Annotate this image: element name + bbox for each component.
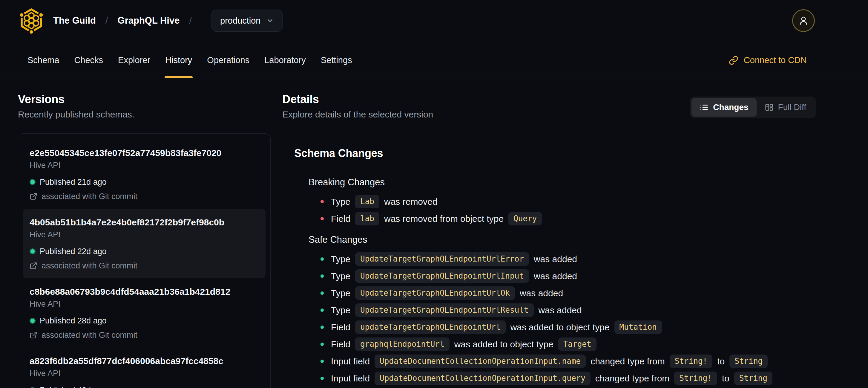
safe-changes-group: Safe Changes TypeUpdateTargetGraphQLEndp… — [309, 234, 816, 387]
change-text: Input field — [331, 374, 370, 384]
change-text: was added — [520, 288, 563, 298]
bullet-icon — [320, 308, 324, 312]
nav-tab-label: Schema — [28, 55, 59, 65]
schema-change-row: TypeUpdateTargetGraphQLEndpointUrlOkwas … — [320, 285, 816, 302]
connect-to-cdn-label: Connect to CDN — [744, 55, 807, 65]
nav-tab-label: Settings — [321, 55, 352, 65]
code-badge: updateTargetGraphQLEndpointUrl — [355, 321, 506, 334]
change-text: Type — [331, 305, 350, 316]
tab-history[interactable]: History — [164, 41, 193, 79]
version-published-row: Published 40d ago — [30, 385, 259, 388]
bullet-icon — [320, 217, 324, 220]
change-text: Field — [331, 214, 350, 224]
version-published-row: Published 28d ago — [30, 316, 259, 326]
code-badge: String — [734, 371, 772, 385]
safe-changes-title: Safe Changes — [309, 234, 816, 246]
bullet-icon — [320, 326, 324, 329]
change-text: to — [717, 356, 725, 366]
schema-change-row: Input fieldUpdateDocumentCollectionOpera… — [320, 353, 816, 370]
bullet-icon — [320, 342, 324, 346]
bullet-icon — [320, 257, 324, 261]
bullet-icon — [320, 200, 324, 203]
changes-view-button[interactable]: Changes — [691, 98, 756, 117]
code-badge: String — [730, 355, 768, 368]
bullet-icon — [320, 274, 324, 278]
tab-schema[interactable]: Schema — [27, 41, 60, 79]
version-git-link[interactable]: associated with Git commit — [30, 191, 259, 201]
code-badge: Target — [558, 337, 596, 351]
tab-settings[interactable]: Settings — [320, 41, 353, 79]
version-service: Hive API — [30, 160, 259, 170]
version-git-link[interactable]: associated with Git commit — [30, 330, 259, 340]
schema-changes-title: Schema Changes — [294, 147, 816, 160]
bullet-icon — [320, 292, 324, 295]
published-dot-icon — [30, 179, 35, 185]
version-hash: c8b6e88a06793b9c4dfd54aaa21b36a1b421d812 — [30, 286, 259, 297]
tab-explorer[interactable]: Explorer — [117, 41, 151, 79]
change-text: to — [722, 374, 730, 384]
versions-subtitle: Recently published schemas. — [18, 109, 271, 120]
git-commit-text: associated with Git commit — [41, 191, 137, 201]
details-panel: Details Explore details of the selected … — [282, 93, 816, 388]
change-text: Type — [331, 288, 350, 298]
details-heading-group: Details Explore details of the selected … — [282, 93, 433, 120]
code-badge: lab — [355, 212, 379, 226]
version-hash: e2e55045345ce13fe07f52a77459b83fa3fe7020 — [30, 147, 259, 159]
version-item[interactable]: a823f6db2a55df877dcf406006abca97fcc4858c… — [23, 348, 266, 388]
schema-change-row: FieldgraphqlEndpointUrlwas added to obje… — [320, 336, 816, 353]
breadcrumb-org[interactable]: The Guild — [53, 15, 96, 26]
view-toggle: Changes Full Diff — [690, 96, 816, 118]
hive-logo-icon[interactable] — [18, 7, 45, 34]
external-link-icon — [30, 192, 37, 200]
user-icon — [798, 15, 809, 26]
tab-laboratory[interactable]: Laboratory — [264, 41, 306, 79]
code-badge: UpdateDocumentCollectionOperationInput.q… — [375, 371, 590, 385]
published-text: Published 28d ago — [40, 316, 106, 326]
version-hash: a823f6db2a55df877dcf406006abca97fcc4858c — [30, 355, 259, 367]
list-icon — [700, 103, 709, 112]
change-text: was added to object type — [454, 339, 554, 350]
user-menu-button[interactable] — [792, 9, 815, 32]
link-icon — [729, 56, 738, 65]
code-badge: UpdateTargetGraphQLEndpointUrlError — [355, 252, 529, 266]
code-badge: UpdateTargetGraphQLEndpointUrlOk — [355, 287, 515, 300]
versions-title: Versions — [18, 93, 271, 106]
change-text: changed type from — [590, 356, 664, 366]
schema-change-row: TypeUpdateTargetGraphQLEndpointUrlInputw… — [320, 268, 816, 285]
bullet-icon — [320, 377, 324, 380]
chevron-down-icon — [266, 17, 274, 25]
connect-to-cdn-button[interactable]: Connect to CDN — [729, 41, 807, 79]
code-badge: graphqlEndpointUrl — [355, 337, 450, 351]
changes-view-label: Changes — [713, 102, 748, 112]
tab-checks[interactable]: Checks — [73, 41, 104, 79]
change-text: Type — [331, 254, 350, 264]
breadcrumb-project[interactable]: GraphQL Hive — [118, 15, 180, 26]
target-selector[interactable]: production — [212, 9, 282, 32]
details-subtitle: Explore details of the selected version — [282, 109, 433, 120]
change-text: Input field — [331, 356, 370, 366]
change-text: Field — [331, 322, 350, 332]
full-diff-view-button[interactable]: Full Diff — [756, 98, 814, 117]
change-text: was added — [534, 254, 577, 264]
published-text: Published 22d ago — [40, 247, 106, 256]
code-badge: UpdateTargetGraphQLEndpointUrlResult — [355, 303, 534, 317]
breaking-changes-group: Breaking Changes TypeLabwas removed Fiel… — [309, 176, 816, 227]
nav-tab-label: History — [165, 55, 192, 65]
git-commit-text: associated with Git commit — [41, 330, 137, 340]
change-text: was added to object type — [510, 322, 610, 332]
version-item[interactable]: 4b05ab51b1b4a7e2e4b0ef82172f2b9f7ef98c0b… — [23, 209, 266, 278]
change-text: was removed — [384, 197, 437, 207]
schema-change-row: TypeUpdateTargetGraphQLEndpointUrlResult… — [320, 302, 816, 319]
git-commit-text: associated with Git commit — [41, 261, 137, 271]
version-git-link[interactable]: associated with Git commit — [30, 261, 259, 271]
tab-operations[interactable]: Operations — [207, 41, 250, 79]
schema-change-row: TypeLabwas removed — [320, 193, 816, 210]
breadcrumb-separator: / — [189, 15, 192, 26]
version-item[interactable]: c8b6e88a06793b9c4dfd54aaa21b36a1b421d812… — [23, 278, 266, 348]
version-item[interactable]: e2e55045345ce13fe07f52a77459b83fa3fe7020… — [23, 140, 266, 209]
change-text: was removed from object type — [384, 214, 504, 224]
nav-tab-label: Checks — [74, 55, 103, 65]
split-columns-icon — [765, 103, 774, 112]
external-link-icon — [30, 331, 37, 339]
breadcrumb-separator: / — [105, 15, 108, 26]
